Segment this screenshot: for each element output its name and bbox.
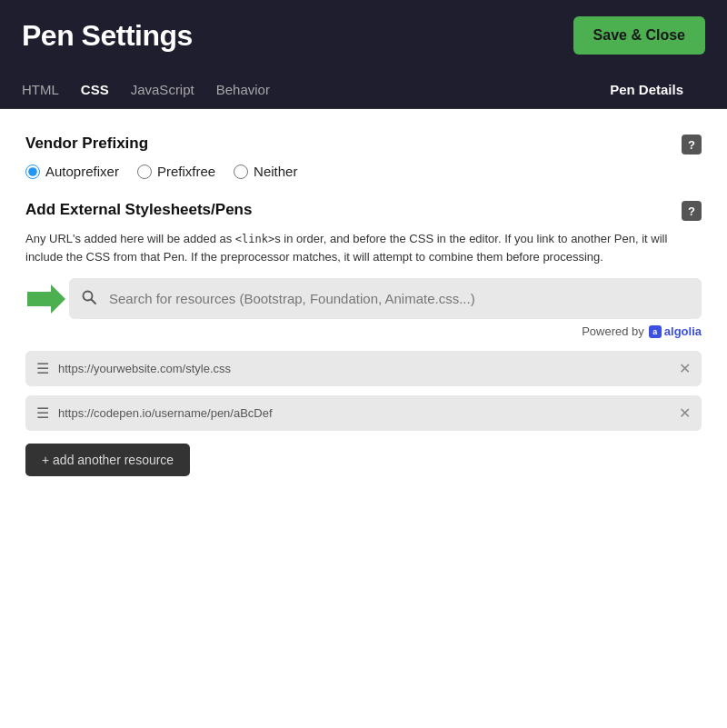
vendor-prefixing-section: Vendor Prefixing ? Autoprefixer Prefixfr… (25, 135, 702, 179)
prefixfree-label: Prefixfree (157, 164, 215, 179)
autoprefixer-option[interactable]: Autoprefixer (25, 164, 119, 179)
save-close-button[interactable]: Save & Close (573, 16, 705, 55)
svg-line-2 (92, 299, 96, 304)
tab-behavior[interactable]: Behavior (216, 71, 284, 108)
vendor-prefixing-help-icon[interactable]: ? (682, 135, 702, 155)
tab-html[interactable]: HTML (22, 71, 74, 108)
resource-row-2: ☰ ✕ (25, 395, 702, 431)
resource-search-input[interactable] (69, 278, 702, 319)
prefixfree-radio[interactable] (137, 165, 152, 179)
tab-css[interactable]: CSS (81, 71, 124, 108)
content-area: Vendor Prefixing ? Autoprefixer Prefixfr… (0, 109, 727, 524)
vendor-prefixing-title: Vendor Prefixing (25, 135, 148, 153)
neither-radio[interactable] (234, 165, 248, 179)
algolia-label: algolia (664, 324, 702, 338)
external-stylesheets-section: Add External Stylesheets/Pens ? Any URL'… (25, 201, 702, 476)
powered-by-text: Powered by (582, 324, 644, 338)
green-arrow-icon (27, 284, 65, 314)
resource-row-1: ☰ ✕ (25, 351, 702, 386)
drag-handle-icon-2[interactable]: ☰ (36, 404, 49, 422)
search-container (69, 278, 702, 319)
tab-pen-details[interactable]: Pen Details (610, 71, 698, 108)
search-icon (82, 290, 96, 308)
external-stylesheets-help-icon[interactable]: ? (682, 201, 702, 221)
external-stylesheets-header: Add External Stylesheets/Pens ? (25, 201, 702, 221)
vendor-prefixing-options: Autoprefixer Prefixfree Neither (25, 164, 702, 179)
add-resource-button[interactable]: + add another resource (25, 444, 190, 476)
neither-label: Neither (254, 164, 297, 179)
svg-marker-0 (27, 284, 65, 314)
drag-handle-icon-1[interactable]: ☰ (36, 360, 49, 377)
page-title: Pen Settings (22, 19, 193, 53)
algolia-logo: a algolia (649, 324, 702, 338)
tab-bar: HTML CSS JavaScript Behavior Pen Details (0, 71, 727, 109)
autoprefixer-radio[interactable] (25, 165, 40, 179)
header: Pen Settings Save & Close (0, 0, 727, 71)
resource-input-2[interactable] (58, 406, 670, 420)
algolia-logo-icon: a (649, 325, 662, 338)
tab-javascript[interactable]: JavaScript (131, 71, 209, 108)
prefixfree-option[interactable]: Prefixfree (137, 164, 215, 179)
search-wrapper (69, 278, 702, 319)
autoprefixer-label: Autoprefixer (45, 164, 119, 179)
neither-option[interactable]: Neither (234, 164, 297, 179)
external-stylesheets-desc: Any URL's added here will be added as <l… (25, 230, 702, 265)
resource-input-1[interactable] (58, 362, 670, 375)
vendor-prefixing-header: Vendor Prefixing ? (25, 135, 702, 155)
remove-resource-2-button[interactable]: ✕ (679, 406, 691, 421)
algolia-row: Powered by a algolia (25, 324, 702, 338)
remove-resource-1-button[interactable]: ✕ (679, 362, 691, 376)
external-stylesheets-title: Add External Stylesheets/Pens (25, 201, 252, 219)
